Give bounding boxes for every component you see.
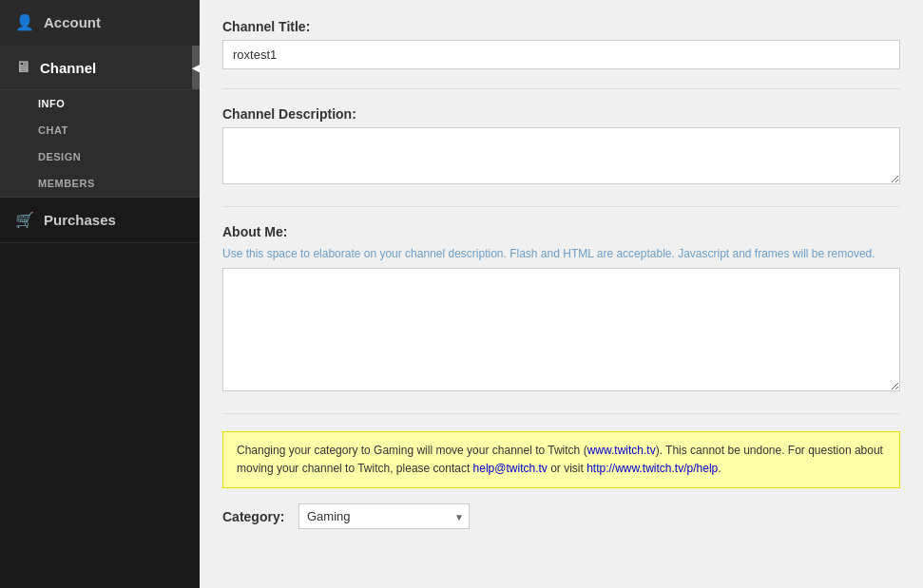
channel-arrow: ◀ [192,46,200,89]
warning-link-email[interactable]: help@twitch.tv [473,462,548,475]
about-me-label: About Me: [222,224,900,239]
warning-text-4: . [718,462,721,475]
channel-title-input[interactable] [222,40,900,69]
sidebar-sub-item-members[interactable]: MEMBERS [0,170,200,197]
warning-text-3: or visit [548,462,586,475]
main-content: Channel Title: Channel Description: Abou… [200,0,923,588]
channel-description-section: Channel Description: [222,106,900,187]
sidebar-item-account[interactable]: 👤 Account [0,0,200,46]
channel-description-label: Channel Description: [222,106,900,122]
about-me-textarea[interactable] [222,268,900,391]
purchases-icon: 🛒 [15,211,34,229]
purchases-label: Purchases [44,212,116,228]
divider-2 [222,206,900,207]
channel-title-label: Channel Title: [222,19,900,34]
channel-sub-menu: INFO CHAT DESIGN MEMBERS [0,90,200,198]
sidebar-item-purchases[interactable]: 🛒 Purchases [0,198,200,243]
about-me-section: About Me: Use this space to elaborate on… [222,224,900,394]
category-label: Category: [222,509,289,524]
sidebar: 👤 Account 🖥 Channel ◀ INFO CHAT DESIGN M… [0,0,200,588]
about-me-hint: Use this space to elaborate on your chan… [222,245,900,262]
warning-box: Changing your category to Gaming will mo… [222,431,900,488]
sidebar-item-channel[interactable]: 🖥 Channel ◀ [0,46,200,90]
category-row: Category: Gaming Music Entertainment Spo… [222,503,900,529]
account-label: Account [44,14,101,30]
warning-text-1: Changing your category to Gaming will mo… [237,444,587,457]
warning-link-help[interactable]: http://www.twitch.tv/p/help [586,462,718,475]
channel-label: Channel [40,60,96,76]
category-select-wrapper: Gaming Music Entertainment Sports [298,503,470,529]
divider-1 [222,88,900,89]
sidebar-sub-item-info[interactable]: INFO [0,90,200,117]
person-icon: 👤 [15,13,34,31]
sidebar-sub-item-chat[interactable]: CHAT [0,117,200,143]
warning-link-twitch[interactable]: www.twitch.tv [587,444,656,457]
channel-description-textarea[interactable] [222,127,900,184]
sidebar-sub-item-design[interactable]: DESIGN [0,143,200,170]
category-select[interactable]: Gaming Music Entertainment Sports [298,503,470,529]
divider-3 [222,413,900,414]
monitor-icon: 🖥 [15,59,30,76]
channel-title-section: Channel Title: [222,19,900,69]
